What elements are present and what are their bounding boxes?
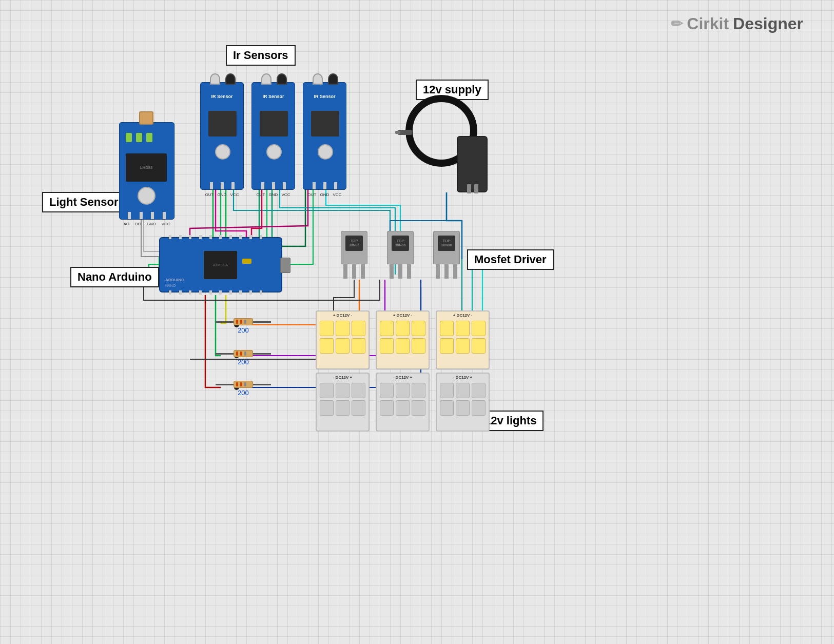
light-sensor-label: Light Sensor bbox=[42, 192, 125, 212]
ir-sensor-1: IR Sensor OUTGNDVCC bbox=[200, 82, 244, 190]
resistor-3: 200 bbox=[216, 381, 271, 397]
ir-sensors-label: Ir Sensors bbox=[226, 45, 296, 66]
app-logo: ✏ Cirkit Designer bbox=[671, 14, 803, 33]
logo-icon: ✏ bbox=[671, 15, 683, 32]
led-strip-group: + DC12V - - DC12V + bbox=[316, 310, 490, 432]
nano-arduino-label: Nano Arduino bbox=[70, 267, 159, 287]
mosfet-3: TOP30N06 bbox=[431, 231, 462, 277]
ir-sensor-2: IR Sensor OUTGNDVCC bbox=[251, 82, 295, 190]
resistor-1: 200 bbox=[216, 318, 271, 334]
ir-sensor-3: IR Sensor OUTGNDVCC bbox=[303, 82, 346, 190]
resistor-2: 200 bbox=[216, 350, 271, 366]
mosfet-driver-label: Mosfet Driver bbox=[467, 249, 554, 270]
power-adapter-component bbox=[395, 90, 498, 198]
light-sensor-component: LM393 AODOGNDVCC bbox=[119, 122, 174, 220]
mosfet-2: TOP30N06 bbox=[385, 231, 416, 277]
mosfet-1: TOP30N06 bbox=[339, 231, 370, 277]
arduino-nano-component: ATMEGA ARDU bbox=[159, 237, 282, 292]
logo-name: Designer bbox=[733, 14, 803, 33]
